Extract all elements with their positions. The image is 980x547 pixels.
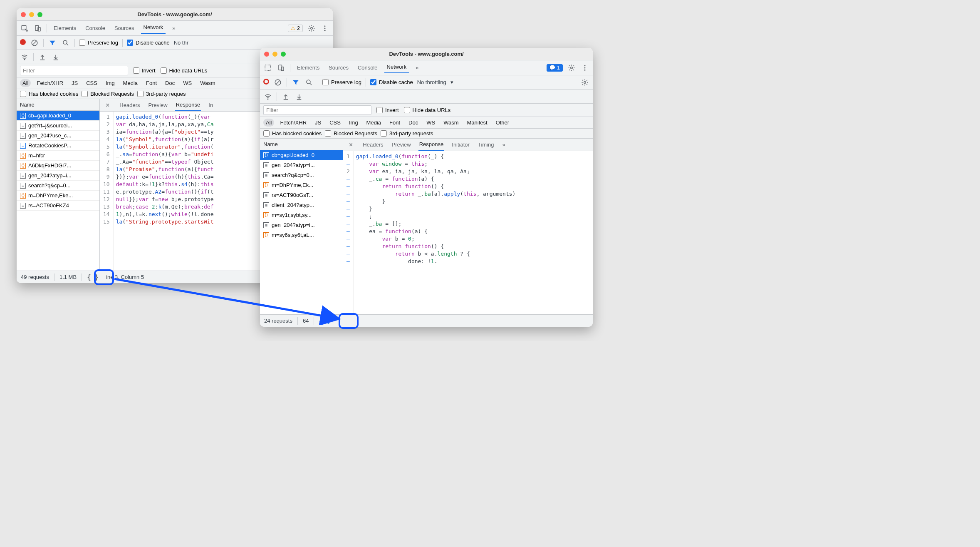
record-button[interactable] [263,79,269,86]
request-row[interactable]: ⟨⟩m=sy1r,sybt,sy... [260,210,343,220]
tab-elements[interactable]: Elements [51,23,79,33]
issues-badge[interactable]: 1 [547,64,563,72]
throttling-select[interactable]: No throttling ▾ [417,79,453,85]
type-chip-doc[interactable]: Doc [406,119,421,127]
filter-input[interactable]: Filter [20,66,128,75]
upload-icon[interactable] [38,52,47,62]
hide-data-urls-checkbox[interactable]: Hide data URLs [161,67,208,74]
type-chip-all[interactable]: All [20,79,31,87]
name-column-header[interactable]: Name [260,139,343,150]
clear-icon[interactable] [30,38,39,47]
request-row[interactable]: ≡rs=ACT90oFKZ4 [17,201,99,211]
tab-timing[interactable]: Timing [477,139,495,150]
filter-icon[interactable] [291,78,300,87]
network-conditions-icon[interactable] [263,92,272,101]
tab-console[interactable]: Console [355,63,380,72]
tab-headers[interactable]: Headers [119,99,141,111]
filter-input[interactable]: Filter [263,105,371,115]
request-row[interactable]: ≡rs=ACT90oGsT... [260,190,343,200]
type-chip-all[interactable]: All [263,119,274,127]
invert-checkbox[interactable]: Invert [133,67,156,74]
check-has-blocked-cookies[interactable]: Has blocked cookies [20,91,78,97]
tab-response[interactable]: Response [175,99,201,111]
device-icon[interactable] [277,63,286,72]
tab-initiator[interactable]: Initiator [451,139,470,150]
request-row[interactable]: ≡search?q&cp=0... [17,181,99,191]
download-icon[interactable] [51,52,60,62]
preserve-log-checkbox[interactable]: Preserve log [79,40,118,46]
request-row[interactable]: ≡RotateCookiesP... [17,141,99,151]
type-chip-font[interactable]: Font [144,79,159,87]
download-icon[interactable] [294,92,304,101]
type-chip-doc[interactable]: Doc [163,79,177,87]
pretty-print-button[interactable]: { } [87,272,99,282]
type-chip-fetchxhr[interactable]: Fetch/XHR [34,79,66,87]
record-button[interactable] [20,39,26,46]
type-chip-other[interactable]: Other [493,119,512,127]
request-row[interactable]: ≡gen_204?atyp=i... [17,171,99,181]
pretty-print-button[interactable]: { } [319,316,331,326]
disable-cache-checkbox[interactable]: Disable cache [127,40,170,46]
kebab-menu-icon[interactable] [320,24,329,33]
disable-cache-checkbox[interactable]: Disable cache [370,79,413,85]
type-chip-fetchxhr[interactable]: Fetch/XHR [277,119,309,127]
tabs-more[interactable]: » [170,23,178,33]
request-row[interactable]: ⟨⟩m=DhPYme,Ek... [260,180,343,190]
upload-icon[interactable] [281,92,290,101]
network-settings-gear-icon[interactable] [580,78,589,87]
tabs-more[interactable]: » [501,139,506,150]
tab-initiator-trunc[interactable]: In [208,99,214,111]
network-conditions-icon[interactable] [20,52,29,62]
settings-gear-icon[interactable] [567,63,576,72]
check-3rd-party-requests[interactable]: 3rd-party requests [381,130,433,137]
request-row[interactable]: ⟨⟩m=DhPYme,Eke... [17,191,99,201]
check-3rd-party-reques[interactable]: 3rd-party reques [137,91,186,97]
request-row[interactable]: ⟨⟩A6DkqFxHDGl7... [17,161,99,171]
tab-network[interactable]: Network [384,62,409,73]
kebab-menu-icon[interactable] [580,63,589,72]
check-has-blocked-cookies[interactable]: Has blocked cookies [263,130,322,137]
inspect-icon[interactable] [263,63,272,72]
check-blocked-requests[interactable]: Blocked Requests [82,91,134,97]
type-chip-ws[interactable]: WS [424,119,438,127]
request-row[interactable]: ⟨⟩cb=gapi.loaded_0 [17,111,99,121]
settings-gear-icon[interactable] [307,24,316,33]
type-chip-manifest[interactable]: Manifest [464,119,490,127]
tab-sources[interactable]: Sources [112,23,137,33]
type-chip-wasm[interactable]: Wasm [441,119,461,127]
device-icon[interactable] [33,24,42,33]
type-chip-img[interactable]: Img [103,79,117,87]
invert-checkbox[interactable]: Invert [376,107,399,113]
request-row[interactable]: ⟨⟩m=sy6s,sy6t,aL... [260,230,343,240]
tabs-more[interactable]: » [413,63,421,72]
type-chip-ws[interactable]: WS [181,79,194,87]
type-chip-font[interactable]: Font [387,119,403,127]
tab-sources[interactable]: Sources [326,63,351,72]
request-row[interactable]: ≡gen_204?use_c... [17,131,99,141]
tab-preview[interactable]: Preview [391,139,411,150]
throttling-select[interactable]: No thr [174,40,188,46]
type-chip-js[interactable]: JS [312,119,324,127]
tab-elements[interactable]: Elements [294,63,322,72]
type-chip-media[interactable]: Media [121,79,140,87]
request-row[interactable]: ⟨⟩m=hfcr [17,151,99,161]
tab-network[interactable]: Network [141,22,166,34]
search-icon[interactable] [304,78,314,87]
type-chip-js[interactable]: JS [69,79,80,87]
tab-headers[interactable]: Headers [362,139,384,150]
hide-data-urls-checkbox[interactable]: Hide data URLs [404,107,451,113]
code-content[interactable]: gapi.loaded_0(function(_) { var window =… [354,151,593,314]
request-row[interactable]: ≡search?q&cp=0... [260,170,343,180]
tab-preview[interactable]: Preview [147,99,168,111]
request-row[interactable]: ≡gen_204?atyp=i... [260,160,343,170]
request-row[interactable]: ≡client_204?atyp... [260,200,343,210]
request-row[interactable]: ≡get?rt=j&sourcei... [17,121,99,131]
search-icon[interactable] [61,38,70,47]
check-blocked-requests[interactable]: Blocked Requests [325,130,377,137]
close-detail-icon[interactable]: × [346,141,355,149]
tab-response[interactable]: Response [418,139,445,151]
type-chip-wasm[interactable]: Wasm [198,79,218,87]
name-column-header[interactable]: Name [17,99,99,111]
clear-icon[interactable] [273,78,282,87]
warnings-badge[interactable]: 2 [288,25,303,32]
